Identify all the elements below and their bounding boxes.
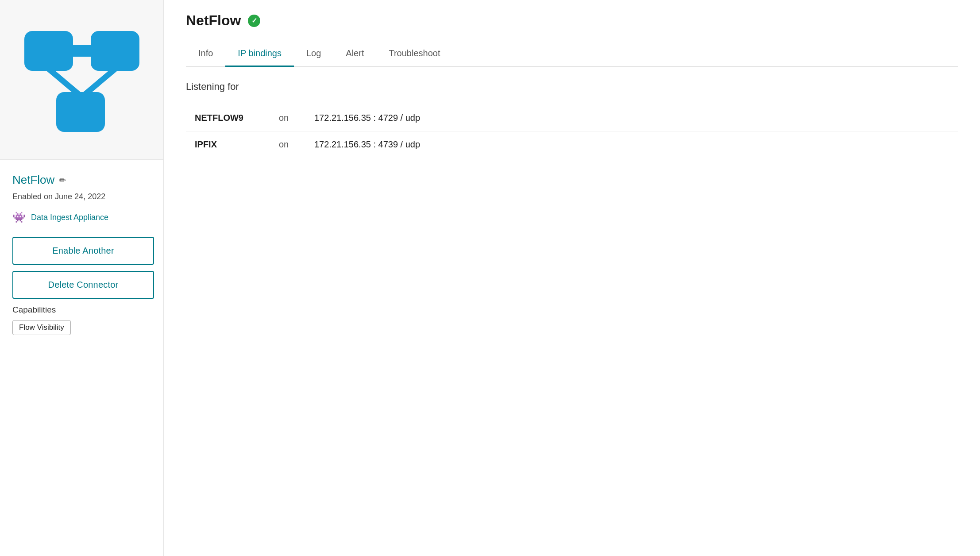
- tab-ip-bindings[interactable]: IP bindings: [225, 41, 294, 67]
- tab-alert[interactable]: Alert: [333, 41, 376, 67]
- tab-info[interactable]: Info: [186, 41, 225, 67]
- binding-address-netflow9: 172.21.156.35 : 4729 / udp: [314, 113, 420, 123]
- appliance-icon: 👾: [12, 211, 26, 224]
- capabilities-heading: Capabilities: [12, 305, 151, 315]
- right-panel: NetFlow Info IP bindings Log Alert Troub…: [164, 0, 980, 556]
- enable-another-button[interactable]: Enable Another: [12, 237, 154, 265]
- binding-protocol-ipfix: IPFIX: [195, 139, 266, 150]
- appliance-row: 👾 Data Ingest Appliance: [12, 211, 151, 224]
- edit-icon[interactable]: ✏: [59, 175, 66, 185]
- binding-on-ipfix: on: [279, 139, 301, 150]
- enabled-date: Enabled on June 24, 2022: [12, 192, 151, 201]
- binding-address-ipfix: 172.21.156.35 : 4739 / udp: [314, 139, 420, 150]
- left-panel: NetFlow ✏ Enabled on June 24, 2022 👾 Dat…: [0, 0, 164, 556]
- svg-rect-1: [91, 31, 139, 71]
- status-indicator: [248, 15, 260, 27]
- binding-row-netflow9: NETFLOW9 on 172.21.156.35 : 4729 / udp: [186, 105, 958, 131]
- svg-marker-5: [83, 71, 117, 92]
- delete-connector-button[interactable]: Delete Connector: [12, 271, 154, 299]
- binding-on-netflow9: on: [279, 113, 301, 123]
- svg-rect-0: [24, 31, 73, 71]
- connector-logo-area: [0, 0, 163, 160]
- connector-info: NetFlow ✏ Enabled on June 24, 2022 👾 Dat…: [0, 160, 163, 348]
- binding-row-ipfix: IPFIX on 172.21.156.35 : 4739 / udp: [186, 131, 958, 158]
- appliance-link[interactable]: Data Ingest Appliance: [31, 213, 108, 222]
- connector-title: NetFlow: [186, 12, 241, 29]
- tab-log[interactable]: Log: [294, 41, 333, 67]
- connector-name-row: NetFlow ✏: [12, 173, 151, 187]
- svg-rect-3: [56, 92, 105, 132]
- connector-header: NetFlow: [186, 12, 958, 29]
- flow-visibility-badge: Flow Visibility: [12, 320, 71, 335]
- tabs-bar: Info IP bindings Log Alert Troubleshoot: [186, 41, 958, 67]
- svg-marker-4: [46, 71, 81, 92]
- netflow-logo-icon: [20, 18, 144, 142]
- tab-troubleshoot[interactable]: Troubleshoot: [376, 41, 452, 67]
- ip-bindings-content: Listening for NETFLOW9 on 172.21.156.35 …: [186, 81, 958, 158]
- listening-header: Listening for: [186, 81, 958, 93]
- capabilities-section: Capabilities Flow Visibility: [12, 305, 151, 335]
- connector-name-link[interactable]: NetFlow: [12, 173, 54, 187]
- svg-rect-2: [71, 45, 93, 57]
- binding-protocol-netflow9: NETFLOW9: [195, 113, 266, 123]
